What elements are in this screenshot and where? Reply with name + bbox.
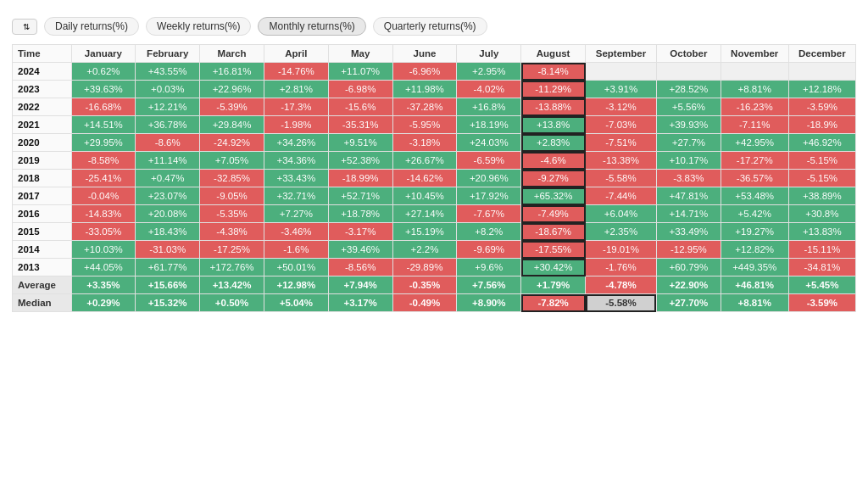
tab-quarterly[interactable]: Quarterly returns(%) bbox=[373, 17, 487, 36]
table-row: 2014+10.03%-31.03%-17.25%-1.6%+39.46%+2.… bbox=[13, 241, 856, 259]
data-cell: -36.57% bbox=[721, 170, 788, 187]
data-cell: +7.94% bbox=[328, 276, 392, 294]
data-cell: +2.81% bbox=[264, 81, 328, 98]
data-cell: -18.99% bbox=[328, 170, 392, 187]
data-cell: -9.69% bbox=[457, 241, 521, 259]
data-cell: -7.11% bbox=[721, 116, 788, 134]
data-cell: -5.39% bbox=[200, 98, 264, 116]
table-row: 2020+29.95%-8.6%-24.92%+34.26%+9.51%-3.1… bbox=[13, 134, 856, 152]
col-header-april: April bbox=[264, 45, 328, 63]
data-cell: +449.35% bbox=[721, 259, 788, 276]
data-cell: -14.83% bbox=[71, 205, 136, 223]
data-cell: -15.6% bbox=[328, 98, 392, 116]
data-cell: +39.63% bbox=[71, 81, 136, 98]
col-header-march: March bbox=[200, 45, 264, 63]
year-cell: 2014 bbox=[13, 241, 72, 259]
data-cell: +23.07% bbox=[136, 187, 200, 205]
data-cell: +43.55% bbox=[136, 63, 200, 81]
data-cell: +39.93% bbox=[656, 116, 721, 134]
data-cell: -5.95% bbox=[392, 116, 457, 134]
data-cell: +0.50% bbox=[200, 294, 264, 312]
data-cell: +3.35% bbox=[71, 276, 136, 294]
col-header-december: December bbox=[788, 45, 855, 63]
data-cell: +46.81% bbox=[721, 276, 788, 294]
data-cell: +30.8% bbox=[788, 205, 855, 223]
data-cell: +50.01% bbox=[264, 259, 328, 276]
col-header-november: November bbox=[721, 45, 788, 63]
table-row: 2013+44.05%+61.77%+172.76%+50.01%-8.56%-… bbox=[13, 259, 856, 276]
data-cell: +18.19% bbox=[457, 116, 521, 134]
data-cell: +34.26% bbox=[264, 134, 328, 152]
data-cell: -5.15% bbox=[788, 170, 855, 187]
data-cell: -35.31% bbox=[328, 116, 392, 134]
data-cell: +10.03% bbox=[71, 241, 136, 259]
data-cell: +60.79% bbox=[656, 259, 721, 276]
data-cell: -3.46% bbox=[264, 223, 328, 241]
data-cell: +52.38% bbox=[328, 152, 392, 170]
data-cell: -18.67% bbox=[521, 223, 586, 241]
table-row: Average+3.35%+15.66%+13.42%+12.98%+7.94%… bbox=[13, 276, 856, 294]
data-cell bbox=[721, 63, 788, 81]
table-row: 2016-14.83%+20.08%-5.35%+7.27%+18.78%+27… bbox=[13, 205, 856, 223]
data-cell: -1.6% bbox=[264, 241, 328, 259]
data-cell: -4.38% bbox=[200, 223, 264, 241]
data-cell: +15.19% bbox=[392, 223, 457, 241]
data-cell: +27.14% bbox=[392, 205, 457, 223]
data-cell: +0.29% bbox=[71, 294, 136, 312]
data-cell bbox=[586, 63, 657, 81]
table-row: 2023+39.63%+0.03%+22.96%+2.81%-6.98%+11.… bbox=[13, 81, 856, 98]
data-cell: -3.59% bbox=[788, 294, 855, 312]
data-cell: -13.38% bbox=[586, 152, 657, 170]
data-cell: -25.41% bbox=[71, 170, 136, 187]
data-cell: -7.03% bbox=[586, 116, 657, 134]
data-cell: -9.05% bbox=[200, 187, 264, 205]
table-row: 2015-33.05%+18.43%-4.38%-3.46%-3.17%+15.… bbox=[13, 223, 856, 241]
data-cell: -5.35% bbox=[200, 205, 264, 223]
year-cell: Average bbox=[13, 276, 72, 294]
data-cell: +15.66% bbox=[136, 276, 200, 294]
data-cell: +7.05% bbox=[200, 152, 264, 170]
table-row: 2022-16.68%+12.21%-5.39%-17.3%-15.6%-37.… bbox=[13, 98, 856, 116]
tab-daily[interactable]: Daily returns(%) bbox=[44, 17, 139, 36]
data-cell: +27.7% bbox=[656, 134, 721, 152]
data-cell: -9.27% bbox=[521, 170, 586, 187]
data-cell: -4.78% bbox=[586, 276, 657, 294]
data-cell: +12.18% bbox=[788, 81, 855, 98]
data-cell: +65.32% bbox=[521, 187, 586, 205]
data-cell: +26.67% bbox=[392, 152, 457, 170]
table-row: 2017-0.04%+23.07%-9.05%+32.71%+52.71%+10… bbox=[13, 187, 856, 205]
data-cell: -17.3% bbox=[264, 98, 328, 116]
data-cell: -13.88% bbox=[521, 98, 586, 116]
data-cell: -16.68% bbox=[71, 98, 136, 116]
data-cell: +8.81% bbox=[721, 294, 788, 312]
data-cell: +11.14% bbox=[136, 152, 200, 170]
data-cell: +18.43% bbox=[136, 223, 200, 241]
data-cell: -33.05% bbox=[71, 223, 136, 241]
data-cell: +11.07% bbox=[328, 63, 392, 81]
asset-selector[interactable]: ⇅ bbox=[12, 19, 37, 35]
data-cell: +39.46% bbox=[328, 241, 392, 259]
data-cell: +16.8% bbox=[457, 98, 521, 116]
data-cell: -5.15% bbox=[788, 152, 855, 170]
data-cell: +20.96% bbox=[457, 170, 521, 187]
table-header-row: TimeJanuaryFebruaryMarchAprilMayJuneJuly… bbox=[13, 45, 856, 63]
tab-weekly[interactable]: Weekly returns(%) bbox=[146, 17, 251, 36]
data-cell: -7.49% bbox=[521, 205, 586, 223]
data-cell: +0.62% bbox=[71, 63, 136, 81]
data-cell: -12.95% bbox=[656, 241, 721, 259]
data-cell: -8.58% bbox=[71, 152, 136, 170]
data-cell: +44.05% bbox=[71, 259, 136, 276]
data-cell: +14.71% bbox=[656, 205, 721, 223]
data-cell: +34.36% bbox=[264, 152, 328, 170]
data-cell: +18.78% bbox=[328, 205, 392, 223]
chevron-icon: ⇅ bbox=[23, 22, 30, 31]
year-cell: 2024 bbox=[13, 63, 72, 81]
data-cell: -34.81% bbox=[788, 259, 855, 276]
data-cell: +27.70% bbox=[656, 294, 721, 312]
data-cell: -15.11% bbox=[788, 241, 855, 259]
data-cell: +5.56% bbox=[656, 98, 721, 116]
year-cell: 2020 bbox=[13, 134, 72, 152]
data-cell: +53.48% bbox=[721, 187, 788, 205]
data-cell: +33.43% bbox=[264, 170, 328, 187]
tab-monthly[interactable]: Monthly returns(%) bbox=[258, 17, 365, 36]
